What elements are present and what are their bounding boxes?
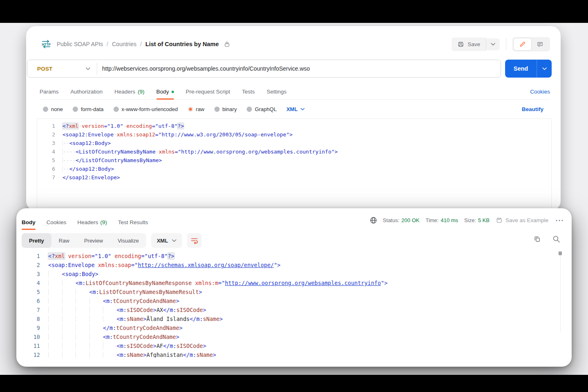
save-options-button[interactable] (486, 38, 500, 50)
time-label: Time: (425, 217, 439, 223)
response-tabs: BodyCookiesHeaders(9)Test Results (22, 215, 148, 230)
code-line: 12 <m:sName>Afghanistan</m:sName> (16, 350, 566, 358)
code-text: <soap:Body> (40, 270, 98, 278)
tab-headers[interactable]: Headers(9) (114, 84, 145, 99)
view-tab-visualize[interactable]: Visualize (110, 233, 146, 248)
body-language-select[interactable]: XML (286, 106, 304, 112)
response-panel: BodyCookiesHeaders(9)Test Results Status… (16, 208, 572, 367)
code-line: 5 <m:ListOfCountryNamesByNameResult> (16, 287, 566, 296)
request-title[interactable]: List of Countries by Name (145, 41, 219, 47)
radio-icon (214, 107, 220, 112)
code-line: 2<soap:Envelope xmlns:soap="http://schem… (16, 261, 566, 270)
radio-icon (43, 107, 48, 112)
tab-pre-request-script[interactable]: Pre-request Script (186, 84, 230, 99)
breadcrumb-collection[interactable]: Countries (112, 41, 136, 47)
code-text: <m:sISOCode>AF</m:sISOCode> (40, 341, 206, 350)
body-mode-form-data[interactable]: form-data (73, 106, 104, 112)
method-select[interactable]: POST (27, 60, 97, 77)
body-mode-graphql[interactable]: GraphQL (247, 106, 276, 112)
code-text: <m:ListOfCountryNamesByNameResult> (40, 287, 202, 296)
line-number: 12 (16, 350, 40, 358)
code-text: <soap:Envelope xmlns:soap="http://schema… (40, 261, 281, 270)
response-view-tabs: PrettyRawPreviewVisualize (22, 233, 146, 248)
more-actions-button[interactable] (555, 218, 564, 223)
line-number: 4 (37, 147, 55, 156)
line-number: 1 (37, 122, 55, 130)
view-tab-pretty[interactable]: Pretty (22, 233, 51, 248)
url-input[interactable]: http://webservices.oorsprong.org/websamp… (97, 60, 501, 77)
body-mode-raw[interactable]: raw (188, 106, 205, 112)
code-text: <?xml·version="1.0"·encoding="utf-8"?> (55, 122, 184, 130)
line-number: 11 (16, 341, 40, 350)
response-tab-test-results[interactable]: Test Results (118, 215, 148, 230)
response-language-label: XML (157, 238, 168, 244)
line-number: 4 (16, 278, 40, 287)
line-number: 7 (37, 173, 55, 182)
view-tab-preview[interactable]: Preview (77, 233, 110, 248)
response-language-select[interactable]: XML (151, 233, 182, 248)
pencil-icon (519, 41, 526, 48)
line-number: 5 (37, 156, 55, 165)
code-text: </soap12:Envelope> (55, 173, 120, 182)
body-language-label: XML (286, 106, 297, 112)
response-scrollbar-thumb[interactable] (559, 252, 562, 255)
code-text: <m:sName>Åland Islands</m:sName> (40, 314, 223, 323)
view-tab-raw[interactable]: Raw (51, 233, 77, 248)
size-label: Size: (464, 217, 476, 223)
save-as-example-button[interactable]: Save as Example (496, 217, 548, 224)
wrap-lines-button[interactable] (187, 233, 202, 248)
search-button[interactable] (552, 235, 560, 243)
tab-params[interactable]: Params (40, 84, 59, 99)
request-body-editor[interactable]: 1<?xml·version="1.0"·encoding="utf-8"?>2… (37, 118, 552, 211)
tab-label: Headers (114, 89, 135, 95)
code-line: 3 <soap:Body> (16, 270, 566, 278)
comment-button[interactable] (531, 38, 549, 50)
method-label: POST (37, 66, 53, 72)
code-text: <m:sName>Afghanistan</m:sName> (40, 350, 216, 358)
code-text: ··<soap12:Body> (55, 139, 111, 147)
code-text: <soap12:Envelope·xmlns:soap12="http://ww… (55, 130, 293, 139)
body-mode-label: binary (223, 106, 237, 112)
body-mode-x-www-form-urlencoded[interactable]: x-www-form-urlencoded (114, 106, 178, 112)
tab-authorization[interactable]: Authorization (71, 84, 103, 99)
tab-label: Body (156, 89, 169, 95)
response-tab-cookies[interactable]: Cookies (47, 215, 67, 230)
globe-icon (370, 217, 377, 224)
send-options-button[interactable] (537, 60, 552, 78)
beautify-link[interactable]: Beautify (522, 106, 543, 112)
line-number: 3 (37, 139, 55, 147)
tab-settings[interactable]: Settings (267, 84, 287, 99)
tab-tests[interactable]: Tests (242, 84, 255, 99)
code-text: <m:ListOfCountryNamesByNameResponse xmln… (40, 278, 388, 287)
tab-body[interactable]: Body (156, 84, 174, 99)
radio-icon (247, 107, 252, 112)
send-button[interactable]: Send (505, 60, 537, 78)
body-mode-label: none (51, 106, 63, 112)
code-text: <?xml version="1.0" encoding="utf-8"?> (40, 252, 174, 261)
response-body-viewer[interactable]: 1<?xml version="1.0" encoding="utf-8"?>2… (16, 250, 566, 358)
send-button-group: Send (505, 60, 552, 78)
highlighted-token: <?xml (62, 123, 78, 129)
code-line: 8 <m:sName>Åland Islands</m:sName> (16, 314, 566, 323)
screen: HTTP Public SOAP APIs / Countries / List… (0, 0, 588, 392)
breadcrumb-workspace[interactable]: Public SOAP APIs (57, 41, 103, 47)
line-number: 8 (16, 314, 40, 323)
request-code-lines: 1<?xml·version="1.0"·encoding="utf-8"?>2… (37, 122, 551, 182)
response-code-lines: 1<?xml version="1.0" encoding="utf-8"?>2… (16, 252, 566, 358)
response-tab-body[interactable]: Body (22, 215, 36, 230)
line-number: 10 (16, 332, 40, 341)
comment-icon (537, 41, 543, 48)
edit-mode-button[interactable] (514, 38, 531, 50)
body-mode-binary[interactable]: binary (214, 106, 237, 112)
code-line: 5····</ListOfCountryNamesByName> (37, 156, 551, 165)
body-mode-none[interactable]: none (43, 106, 63, 112)
save-button[interactable]: Save (452, 38, 486, 51)
breadcrumb-separator: / (140, 41, 142, 47)
tab-label: Authorization (71, 89, 103, 95)
body-mode-label: raw (196, 106, 205, 112)
size-indicator: Size: 5 KB (464, 217, 490, 223)
tab-label: Settings (267, 89, 287, 95)
cookies-link[interactable]: Cookies (530, 89, 550, 95)
copy-button[interactable] (533, 235, 541, 243)
response-tab-headers[interactable]: Headers(9) (78, 215, 107, 230)
